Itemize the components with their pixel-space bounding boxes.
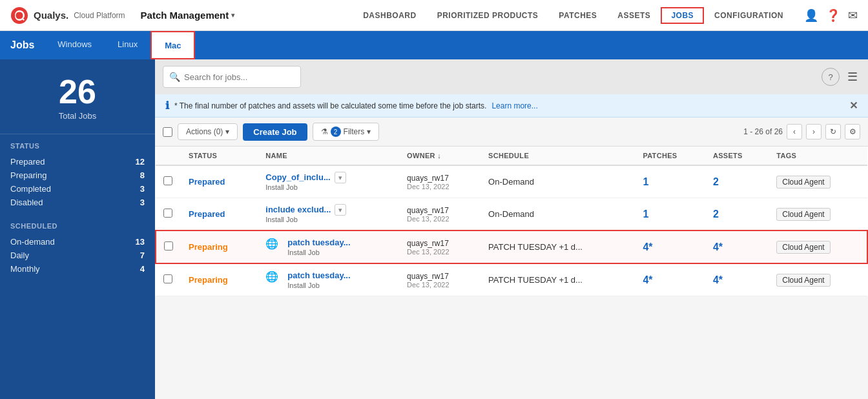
sidebar-scheduled-monthly[interactable]: Monthly 4 [10,262,145,276]
nav-jobs[interactable]: JOBS [661,7,704,24]
info-banner-close[interactable]: ✕ [849,99,858,112]
job-name-link[interactable]: patch tuesday... [287,271,350,280]
nav-assets[interactable]: ASSETS [607,0,661,31]
filter-icon: ⚗ [321,127,328,136]
tag-badge: Cloud Agent [776,241,830,254]
owner-name: quays_rw17 [407,174,473,183]
search-wrapper: 🔍 [163,66,816,88]
name-dropdown[interactable]: ▾ [335,172,346,183]
search-input[interactable] [163,66,301,88]
patches-value: 4* [643,241,652,252]
tag-badge: Cloud Agent [776,274,830,287]
job-sub-label: Install Job [265,216,346,223]
table-row: PreparedCopy_of_inclu...▾Install Jobquay… [156,165,867,198]
user-icon[interactable]: 👤 [804,8,818,23]
patches-value: 1 [643,209,648,220]
pagination-next[interactable]: › [806,124,822,139]
name-cell: include exclud...▾Install Job [265,205,391,223]
sidebar-status-preparing[interactable]: Preparing 8 [10,169,145,182]
patches-value: 4* [643,274,652,285]
jobs-table: STATUS NAME OWNER ↓ SCHEDULE PATCHES ASS… [155,147,868,296]
second-bar: Jobs Windows Linux Mac [0,31,868,59]
jobs-bar-title: Jobs [10,39,45,51]
row-checkbox[interactable] [163,176,172,185]
assets-value: 4* [713,241,723,252]
owner-sort-icon[interactable]: ↓ [437,152,441,159]
top-nav: DASHBOARD PRIORITIZED PRODUCTS PATCHES A… [353,0,794,31]
logo-sub: Cloud Platform [74,11,125,20]
job-name-link[interactable]: include exclud... [265,205,331,214]
schedule-cell: PATCH TUESDAY +1 d... [480,230,635,263]
sidebar-scheduled-title: SCHEDULED [10,222,145,230]
patches-value: 1 [643,176,648,187]
sidebar-scheduled-daily[interactable]: Daily 7 [10,249,145,262]
name-cell: 🌐patch tuesday...Install Job [265,238,391,256]
job-name-link[interactable]: patch tuesday... [287,238,350,247]
sidebar-scheduled-ondemand[interactable]: On-demand 13 [10,235,145,249]
name-dropdown[interactable]: ▾ [335,204,346,216]
sidebar-status-section: STATUS Prepared 12 Preparing 8 Completed… [0,134,155,214]
row-checkbox[interactable] [163,274,172,283]
nav-prioritized-products[interactable]: PRIORITIZED PRODUCTS [427,0,549,31]
filters-button[interactable]: ⚗ 2 Filters ▾ [313,123,380,141]
tab-windows[interactable]: Windows [45,31,105,59]
filters-chevron: ▾ [367,127,371,136]
job-name-link[interactable]: Copy_of_inclu... [265,172,330,182]
info-banner: ℹ * The final number of patches and asse… [155,94,868,118]
status-badge: Preparing [189,242,228,252]
sidebar-status-prepared[interactable]: Prepared 12 [10,155,145,169]
refresh-button[interactable]: ↻ [825,124,841,139]
row-checkbox[interactable] [164,241,173,251]
sidebar: 26 Total Jobs STATUS Prepared 12 Prepari… [0,59,155,399]
nav-configuration[interactable]: CONFIGURATION [704,0,794,31]
top-bar: Qualys. Cloud Platform Patch Management … [0,0,868,31]
col-schedule: SCHEDULE [480,147,635,165]
sidebar-status-completed[interactable]: Completed 3 [10,182,145,196]
pagination: 1 - 26 of 26 ‹ › ↻ ⚙ [743,124,860,139]
owner-date: Dec 13, 2022 [407,183,473,190]
tab-mac[interactable]: Mac [150,31,195,59]
table-row: Preparedinclude exclud...▾Install Jobqua… [156,198,867,231]
hamburger-menu-icon[interactable]: ☰ [845,70,860,84]
create-job-button[interactable]: Create Job [243,123,307,141]
search-help-icon[interactable]: ? [822,68,840,86]
info-icon: ℹ [165,99,169,112]
schedule-cell: On-Demand [480,165,635,198]
job-sub-label: Install Job [287,281,350,289]
qualys-logo-icon [10,6,28,25]
tab-linux[interactable]: Linux [105,31,150,59]
col-tags: TAGS [769,147,867,165]
sidebar-scheduled-section: SCHEDULED On-demand 13 Daily 7 Monthly 4 [0,214,155,281]
sidebar-total-section: 26 Total Jobs [0,59,155,134]
assets-value: 2 [713,209,719,220]
actions-button[interactable]: Actions (0) ▾ [178,123,238,140]
status-badge: Prepared [189,177,225,187]
tag-badge: Cloud Agent [776,208,830,221]
table-row: Preparing🌐patch tuesday...Install Jobqua… [156,263,867,296]
col-status: STATUS [181,147,258,165]
learn-more-link[interactable]: Learn more... [491,101,537,110]
nav-patches[interactable]: PATCHES [548,0,607,31]
sidebar-status-disabled[interactable]: Disabled 3 [10,196,145,209]
globe-icon: 🌐 [265,238,278,250]
app-name-label[interactable]: Patch Management ▾ [141,10,235,21]
pagination-prev[interactable]: ‹ [787,124,802,139]
row-checkbox[interactable] [163,209,172,218]
nav-dashboard[interactable]: DASHBOARD [353,0,427,31]
select-all-checkbox[interactable] [163,127,172,137]
top-icons: 👤 ❓ ✉ [804,8,858,23]
job-sub-label: Install Job [287,249,350,256]
mail-icon[interactable]: ✉ [848,8,858,23]
globe-icon: 🌐 [265,271,278,283]
help-icon[interactable]: ❓ [826,8,840,23]
owner-name: quays_rw17 [407,272,473,281]
owner-date: Dec 13, 2022 [407,281,473,289]
table-header-row: STATUS NAME OWNER ↓ SCHEDULE PATCHES ASS… [156,147,867,165]
settings-button[interactable]: ⚙ [845,124,860,139]
sidebar-total-count: 26 [10,75,145,108]
owner-name: quays_rw17 [407,239,473,248]
table-row: Preparing🌐patch tuesday...Install Jobqua… [156,230,867,263]
app-name-chevron: ▾ [231,12,234,19]
col-owner: OWNER ↓ [399,147,480,165]
assets-value: 4* [713,274,723,285]
